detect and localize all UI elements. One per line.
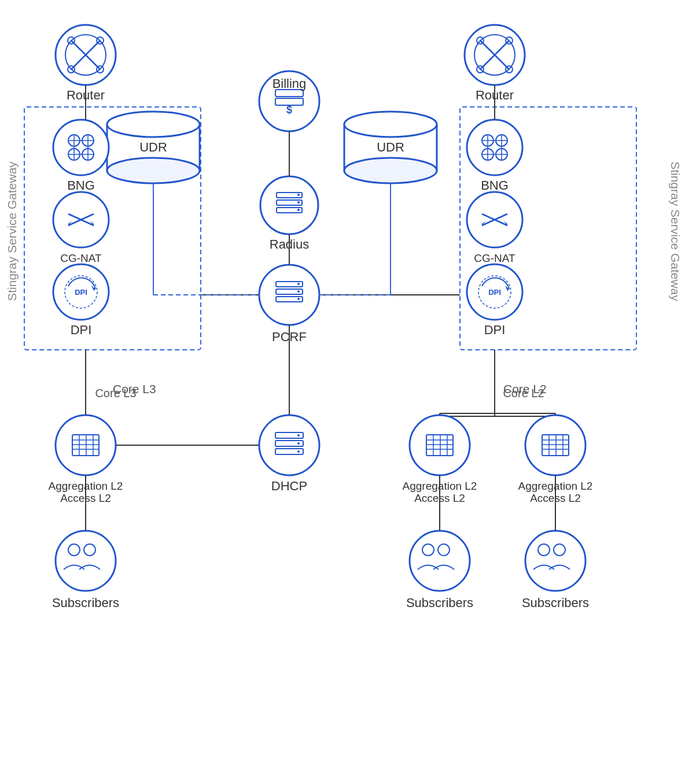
svg-point-14 xyxy=(344,158,437,183)
bng-right-label: BNG xyxy=(481,178,509,193)
svg-point-11 xyxy=(107,158,200,183)
dpi-left-label: DPI xyxy=(71,323,92,337)
svg-point-86 xyxy=(56,415,116,475)
udr-left-label: UDR xyxy=(139,140,167,154)
svg-point-123 xyxy=(525,531,585,591)
dpi-left: DPI DPI xyxy=(53,264,109,337)
svg-point-99 xyxy=(297,442,300,445)
svg-point-100 xyxy=(297,450,300,453)
billing-label: Billing xyxy=(272,76,307,91)
svg-point-50 xyxy=(53,120,109,175)
core-l3-text: Core L3 xyxy=(113,382,156,395)
bng-left-label: BNG xyxy=(67,178,95,193)
cgnat-right: CG-NAT xyxy=(467,192,522,264)
svg-point-94 xyxy=(259,415,319,475)
bng-right: BNG xyxy=(467,120,522,193)
svg-point-109 xyxy=(525,415,585,475)
cgnat-left: CG-NAT xyxy=(53,192,109,264)
svg-point-47 xyxy=(297,283,300,285)
svg-point-98 xyxy=(297,434,300,437)
bng-left: BNG xyxy=(53,120,109,193)
svg-point-42 xyxy=(297,209,300,211)
sub-left-label: Subscribers xyxy=(52,596,119,610)
svg-point-120 xyxy=(410,531,470,591)
svg-text:DPI: DPI xyxy=(488,288,501,297)
udr-left: UDR xyxy=(107,112,200,183)
svg-text:DPI: DPI xyxy=(75,288,87,297)
dpi-right-label: DPI xyxy=(484,323,506,337)
sub-right1: Subscribers xyxy=(406,531,473,610)
svg-text:$: $ xyxy=(286,104,292,116)
svg-point-117 xyxy=(56,531,116,591)
svg-point-40 xyxy=(297,194,300,196)
dhcp: DHCP xyxy=(259,415,319,493)
right-gateway-label: Stingray Service Gateway xyxy=(669,161,682,301)
svg-point-59 xyxy=(467,120,522,175)
sub-right1-label: Subscribers xyxy=(406,596,473,610)
sub-right2: Subscribers xyxy=(522,531,589,610)
udr-right-label: UDR xyxy=(377,140,404,154)
svg-point-10 xyxy=(107,112,200,137)
svg-point-49 xyxy=(297,298,300,300)
dpi-right: DPI DPI xyxy=(467,264,522,337)
core-l2-text: Core L2 xyxy=(503,382,547,395)
svg-point-41 xyxy=(297,201,300,204)
left-gateway-label: Stingray Service Gateway xyxy=(5,161,19,301)
svg-point-101 xyxy=(410,415,470,475)
billing: $ Billing xyxy=(259,71,319,131)
svg-point-13 xyxy=(344,112,437,137)
sub-right2-label: Subscribers xyxy=(522,596,589,610)
cgnat-left-label: CG-NAT xyxy=(60,252,102,264)
udr-right: UDR xyxy=(344,112,437,183)
dhcp-label: DHCP xyxy=(271,479,307,493)
cgnat-right-label: CG-NAT xyxy=(474,252,515,264)
sub-left: Subscribers xyxy=(52,531,119,610)
svg-point-48 xyxy=(297,290,300,293)
